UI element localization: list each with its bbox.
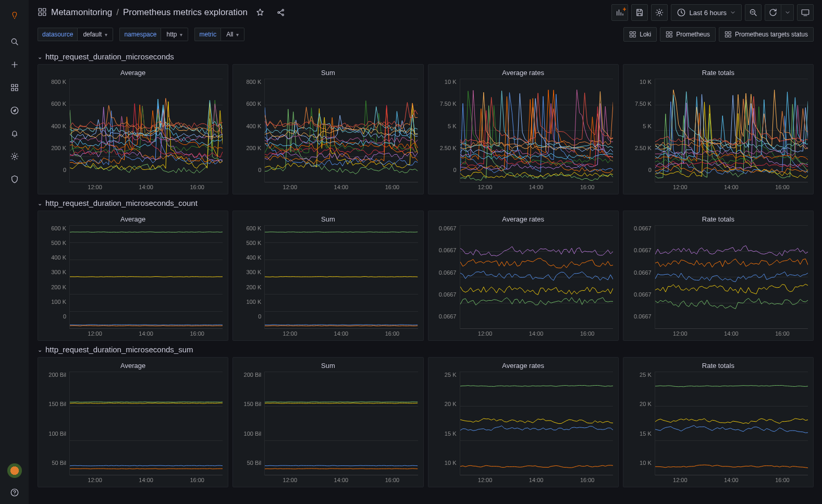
svg-rect-10 bbox=[43, 8, 46, 11]
x-axis: 12:0014:0016:00 bbox=[460, 475, 613, 485]
search-icon[interactable] bbox=[4, 31, 25, 52]
panel[interactable]: Rate totals25 K20 K15 K10 K12:0014:0016:… bbox=[623, 357, 814, 487]
refresh-interval-dropdown[interactable] bbox=[781, 4, 794, 21]
panel-title: Sum bbox=[233, 68, 423, 79]
row-header[interactable]: ⌄http_request_duration_microseconds bbox=[38, 48, 814, 64]
svg-rect-31 bbox=[729, 35, 731, 37]
y-axis: 25 K20 K15 K10 K bbox=[623, 372, 655, 475]
plot-area[interactable] bbox=[264, 225, 418, 329]
variable-bar: datasource default▾ namespace http▾ metr… bbox=[29, 25, 822, 48]
save-icon[interactable] bbox=[631, 4, 648, 21]
svg-rect-26 bbox=[667, 35, 669, 37]
link-targets[interactable]: Prometheus targets status bbox=[719, 27, 814, 42]
dashboard-body[interactable]: ⌄http_request_duration_microsecondsAvera… bbox=[29, 48, 822, 504]
row-title: http_request_duration_microseconds_sum bbox=[45, 345, 193, 354]
y-axis: 0.06670.06670.06670.06670.0667 bbox=[428, 225, 460, 329]
panel[interactable]: Average rates0.06670.06670.06670.06670.0… bbox=[428, 211, 619, 341]
svg-rect-5 bbox=[15, 89, 18, 91]
breadcrumb-root[interactable]: Metamonitoring bbox=[51, 7, 112, 18]
y-axis: 10 K7.50 K5 K2.50 K0 bbox=[428, 79, 460, 182]
x-axis: 12:0014:0016:00 bbox=[655, 329, 808, 338]
svg-rect-23 bbox=[633, 35, 635, 37]
plot-area[interactable] bbox=[655, 372, 808, 475]
time-range-label: Last 6 hours bbox=[689, 9, 727, 17]
panel[interactable]: Average rates10 K7.50 K5 K2.50 K012:0014… bbox=[428, 64, 619, 194]
panel-title: Average bbox=[38, 68, 228, 79]
plot-area[interactable] bbox=[264, 79, 418, 182]
link-loki[interactable]: Loki bbox=[623, 27, 657, 42]
plot-area[interactable] bbox=[655, 79, 808, 182]
panel[interactable]: Average200 Bil150 Bil100 Bil50 Bil12:001… bbox=[38, 357, 228, 487]
plot-area[interactable] bbox=[460, 372, 613, 475]
link-prometheus[interactable]: Prometheus bbox=[660, 27, 716, 42]
share-icon[interactable] bbox=[273, 4, 289, 21]
svg-rect-4 bbox=[11, 89, 14, 91]
panel[interactable]: Sum600 K500 K400 K300 K200 K100 K012:001… bbox=[232, 211, 423, 341]
y-axis: 0.06670.06670.06670.06670.0667 bbox=[623, 225, 655, 329]
panel[interactable]: Rate totals10 K7.50 K5 K2.50 K012:0014:0… bbox=[623, 64, 814, 194]
plot-area[interactable] bbox=[69, 79, 223, 182]
x-axis: 12:0014:0016:00 bbox=[69, 475, 223, 485]
svg-rect-3 bbox=[15, 84, 18, 87]
plot-area[interactable] bbox=[655, 225, 808, 329]
svg-rect-28 bbox=[726, 32, 728, 34]
svg-rect-11 bbox=[39, 13, 41, 15]
plot-area[interactable] bbox=[69, 225, 223, 329]
header: Metamonitoring / Prometheus metrics expl… bbox=[29, 0, 822, 25]
var-metric-value[interactable]: All▾ bbox=[220, 28, 244, 41]
page-title[interactable]: Prometheus metrics exploration bbox=[123, 7, 248, 18]
panel-row: Average600 K500 K400 K300 K200 K100 K012… bbox=[38, 211, 814, 341]
row-header[interactable]: ⌄http_request_duration_microseconds_sum bbox=[38, 341, 814, 357]
panel[interactable]: Average600 K500 K400 K300 K200 K100 K012… bbox=[38, 211, 228, 341]
plus-icon[interactable] bbox=[4, 54, 25, 75]
breadcrumb-sep: / bbox=[116, 7, 119, 18]
add-panel-icon[interactable]: + bbox=[611, 4, 628, 21]
y-axis: 800 K600 K400 K200 K0 bbox=[233, 79, 264, 182]
alerting-icon[interactable] bbox=[4, 123, 25, 144]
plot-area[interactable] bbox=[460, 225, 613, 329]
dashboards-icon[interactable] bbox=[4, 77, 25, 98]
var-namespace-value[interactable]: http▾ bbox=[161, 28, 188, 41]
panel[interactable]: Sum800 K600 K400 K200 K012:0014:0016:00 bbox=[232, 64, 423, 194]
panel[interactable]: Average800 K600 K400 K200 K012:0014:0016… bbox=[38, 64, 228, 194]
svg-rect-30 bbox=[726, 35, 728, 37]
settings-icon[interactable] bbox=[4, 146, 25, 167]
explore-icon[interactable] bbox=[4, 100, 25, 121]
help-icon[interactable] bbox=[4, 482, 25, 503]
svg-point-6 bbox=[11, 107, 18, 114]
var-metric-label: metric bbox=[194, 28, 220, 41]
refresh-icon[interactable] bbox=[765, 4, 781, 21]
kiosk-icon[interactable] bbox=[797, 4, 814, 21]
panel[interactable]: Average rates25 K20 K15 K10 K12:0014:001… bbox=[428, 357, 619, 487]
x-axis: 12:0014:0016:00 bbox=[655, 182, 808, 192]
avatar[interactable] bbox=[7, 463, 22, 478]
panel[interactable]: Sum200 Bil150 Bil100 Bil50 Bil12:0014:00… bbox=[232, 357, 423, 487]
svg-rect-24 bbox=[667, 32, 669, 34]
y-axis: 200 Bil150 Bil100 Bil50 Bil bbox=[38, 372, 69, 475]
y-axis: 600 K500 K400 K300 K200 K100 K0 bbox=[38, 225, 69, 329]
svg-point-0 bbox=[14, 18, 15, 19]
plot-area[interactable] bbox=[69, 372, 223, 475]
row-title: http_request_duration_microseconds bbox=[45, 52, 174, 61]
svg-rect-25 bbox=[670, 32, 672, 34]
breadcrumb: Metamonitoring / Prometheus metrics expl… bbox=[51, 7, 248, 18]
shield-icon[interactable] bbox=[4, 169, 25, 190]
time-range-picker[interactable]: Last 6 hours bbox=[671, 4, 742, 21]
star-icon[interactable] bbox=[252, 4, 268, 21]
x-axis: 12:0014:0016:00 bbox=[655, 475, 808, 485]
chevron-down-icon: ⌄ bbox=[38, 54, 42, 60]
svg-point-7 bbox=[13, 155, 16, 158]
dashboard-settings-icon[interactable] bbox=[651, 4, 668, 21]
zoom-out-icon[interactable] bbox=[745, 4, 762, 21]
panel-title: Rate totals bbox=[623, 68, 813, 79]
x-axis: 12:0014:0016:00 bbox=[69, 329, 223, 338]
var-datasource-value[interactable]: default▾ bbox=[77, 28, 113, 41]
plot-area[interactable] bbox=[264, 372, 418, 475]
panel-title: Average bbox=[38, 361, 228, 372]
panel[interactable]: Rate totals0.06670.06670.06670.06670.066… bbox=[623, 211, 814, 341]
grafana-logo-icon[interactable] bbox=[4, 5, 25, 26]
plot-area[interactable] bbox=[460, 79, 613, 182]
svg-rect-9 bbox=[39, 8, 41, 11]
row-title: http_request_duration_microseconds_count bbox=[45, 199, 198, 207]
row-header[interactable]: ⌄http_request_duration_microseconds_coun… bbox=[38, 194, 814, 211]
